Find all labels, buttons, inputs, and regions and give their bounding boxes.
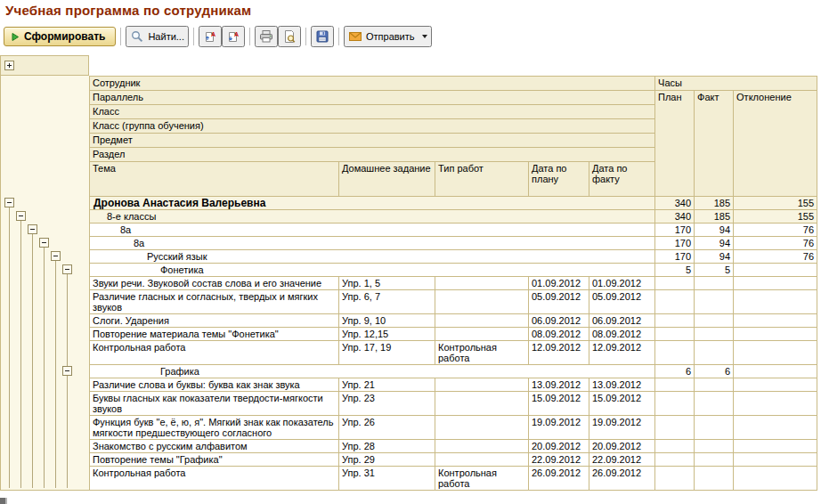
topic-cell[interactable]: Слоги. Ударения — [90, 314, 339, 328]
homework-cell[interactable]: Упр. 21 — [339, 378, 435, 392]
homework-cell[interactable]: Упр. 9, 10 — [339, 314, 435, 328]
topic-cell[interactable]: Звуки речи. Звуковой состав слова и его … — [90, 277, 339, 290]
deviation-hours-cell[interactable]: 155 — [734, 197, 817, 210]
work-type-cell[interactable] — [435, 328, 529, 341]
date-fact-cell[interactable]: 13.09.2012 — [589, 378, 655, 392]
plan-hours-cell[interactable] — [655, 277, 695, 290]
group-label-cell[interactable]: Фонетика — [90, 264, 655, 277]
work-type-cell[interactable]: Контрольная работа — [435, 467, 529, 491]
fact-hours-cell[interactable] — [695, 341, 734, 365]
deviation-hours-cell[interactable] — [734, 416, 817, 440]
plan-hours-cell[interactable] — [655, 314, 695, 328]
plan-hours-cell[interactable]: 170 — [655, 250, 695, 264]
plan-hours-cell[interactable]: 340 — [655, 197, 695, 210]
date-fact-cell[interactable]: 19.09.2012 — [589, 416, 655, 440]
plan-hours-cell[interactable] — [655, 453, 695, 467]
plan-hours-cell[interactable]: 5 — [655, 264, 695, 277]
send-button[interactable]: Отправить — [344, 26, 432, 47]
plan-hours-cell[interactable]: 170 — [655, 237, 695, 250]
date-plan-cell[interactable]: 08.09.2012 — [529, 328, 589, 341]
topic-cell[interactable]: Повторение темы "Графика" — [90, 453, 339, 467]
plan-hours-cell[interactable] — [655, 290, 695, 314]
fact-hours-cell[interactable] — [695, 328, 734, 341]
homework-cell[interactable]: Упр. 17, 19 — [339, 341, 435, 365]
fact-hours-cell[interactable] — [695, 392, 734, 416]
fact-hours-cell[interactable]: 94 — [695, 224, 734, 237]
work-type-cell[interactable] — [435, 453, 529, 467]
topic-cell[interactable]: Буквы гласных как показатели твердости-м… — [90, 392, 339, 416]
date-plan-cell[interactable]: 05.09.2012 — [529, 290, 589, 314]
date-fact-cell[interactable]: 26.09.2012 — [589, 467, 655, 491]
date-plan-cell[interactable]: 19.09.2012 — [529, 416, 589, 440]
collapse-group-toggle[interactable] — [51, 251, 61, 261]
work-type-cell[interactable] — [435, 440, 529, 453]
topic-cell[interactable]: Функция букв "е, ё, ю, я". Мягкий знак к… — [90, 416, 339, 440]
deviation-hours-cell[interactable] — [734, 440, 817, 453]
group-label-cell[interactable]: Русский язык — [90, 250, 655, 264]
fact-hours-cell[interactable]: 94 — [695, 237, 734, 250]
deviation-hours-cell[interactable] — [734, 467, 817, 491]
expand-all-toggle[interactable] — [4, 61, 14, 70]
date-plan-cell[interactable]: 20.09.2012 — [529, 440, 589, 453]
fact-hours-cell[interactable]: 5 — [695, 264, 734, 277]
fact-hours-cell[interactable] — [695, 467, 734, 491]
fact-hours-cell[interactable]: 6 — [695, 365, 734, 378]
plan-hours-cell[interactable] — [655, 328, 695, 341]
deviation-hours-cell[interactable] — [734, 365, 817, 378]
group-label-cell[interactable]: 8-е классы — [90, 210, 655, 224]
homework-cell[interactable]: Упр. 28 — [339, 440, 435, 453]
deviation-hours-cell[interactable] — [734, 277, 817, 290]
homework-cell[interactable]: Упр. 29 — [339, 453, 435, 467]
topic-cell[interactable]: Различие слова и буквы: буква как знак з… — [90, 378, 339, 392]
collapse-group-toggle[interactable] — [16, 211, 26, 221]
deviation-hours-cell[interactable]: 76 — [734, 250, 817, 264]
topic-cell[interactable]: Различие гласных и согласных, твердых и … — [90, 290, 339, 314]
print-button[interactable] — [255, 26, 278, 47]
deviation-hours-cell[interactable] — [734, 264, 817, 277]
homework-cell[interactable]: Упр. 23 — [339, 392, 435, 416]
date-plan-cell[interactable]: 13.09.2012 — [529, 378, 589, 392]
group-label-cell[interactable]: Графика — [90, 365, 655, 378]
topic-cell[interactable]: Контрольная работа — [90, 467, 339, 491]
date-fact-cell[interactable]: 08.09.2012 — [589, 328, 655, 341]
plan-hours-cell[interactable] — [655, 467, 695, 491]
work-type-cell[interactable] — [435, 314, 529, 328]
plan-hours-cell[interactable]: 340 — [655, 210, 695, 224]
date-plan-cell[interactable]: 15.09.2012 — [529, 392, 589, 416]
fact-hours-cell[interactable] — [695, 378, 734, 392]
homework-cell[interactable]: Упр. 31 — [339, 467, 435, 491]
homework-cell[interactable]: Упр. 6, 7 — [339, 290, 435, 314]
plan-hours-cell[interactable] — [655, 416, 695, 440]
fact-hours-cell[interactable] — [695, 440, 734, 453]
homework-cell[interactable]: Упр. 12,15 — [339, 328, 435, 341]
work-type-cell[interactable] — [435, 392, 529, 416]
fact-hours-cell[interactable]: 185 — [695, 210, 734, 224]
topic-cell[interactable]: Знакомство с русским алфавитом — [90, 440, 339, 453]
deviation-hours-cell[interactable]: 76 — [734, 237, 817, 250]
date-plan-cell[interactable]: 12.09.2012 — [529, 341, 589, 365]
work-type-cell[interactable] — [435, 416, 529, 440]
deviation-hours-cell[interactable] — [734, 328, 817, 341]
deviation-hours-cell[interactable]: 76 — [734, 224, 817, 237]
fact-hours-cell[interactable]: 185 — [695, 197, 734, 210]
plan-hours-cell[interactable] — [655, 341, 695, 365]
fact-hours-cell[interactable] — [695, 277, 734, 290]
topic-cell[interactable]: Повторение материала темы "Фонетика" — [90, 328, 339, 341]
generate-button[interactable]: Сформировать — [4, 27, 116, 46]
group-label-cell[interactable]: 8а — [90, 237, 655, 250]
plan-hours-cell[interactable]: 6 — [655, 365, 695, 378]
deviation-hours-cell[interactable] — [734, 314, 817, 328]
deviation-hours-cell[interactable] — [734, 453, 817, 467]
plan-hours-cell[interactable]: 170 — [655, 224, 695, 237]
date-fact-cell[interactable]: 20.09.2012 — [589, 440, 655, 453]
deviation-hours-cell[interactable]: 155 — [734, 210, 817, 224]
find-button[interactable]: Найти... — [126, 26, 189, 47]
homework-cell[interactable]: Упр. 26 — [339, 416, 435, 440]
date-plan-cell[interactable]: 22.09.2012 — [529, 453, 589, 467]
expand-groups-button[interactable]: A — [199, 26, 222, 47]
deviation-hours-cell[interactable] — [734, 290, 817, 314]
collapse-group-toggle[interactable] — [39, 238, 49, 248]
fact-hours-cell[interactable] — [695, 290, 734, 314]
save-button[interactable] — [311, 26, 334, 47]
collapse-group-toggle[interactable] — [62, 264, 72, 274]
